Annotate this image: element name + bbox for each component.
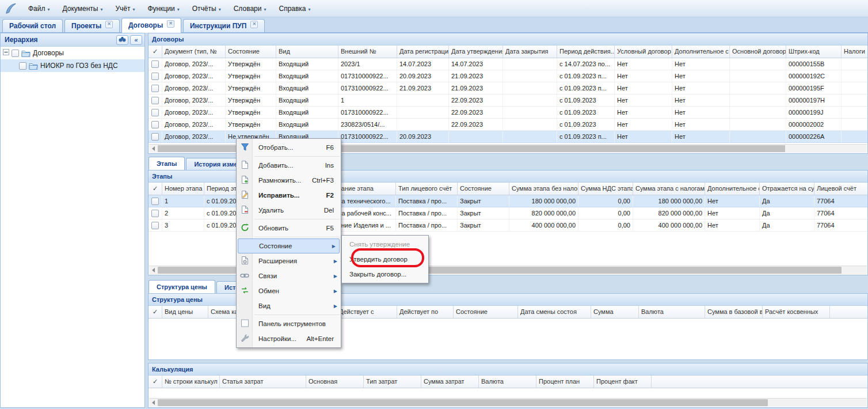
column-header[interactable]: Вид цены <box>162 306 208 318</box>
column-header[interactable]: Основной договор <box>730 46 786 58</box>
stages-tab-0[interactable]: Этапы <box>149 157 185 170</box>
main-tab-1[interactable]: Проекты✕ <box>64 19 120 32</box>
menu-item-refresh[interactable]: ОбновитьF5 <box>237 221 341 236</box>
column-header[interactable]: Условный договор <box>615 46 672 58</box>
column-header[interactable]: Дата закрытия <box>503 46 557 58</box>
menubar-item[interactable]: Учёт▾ <box>109 2 141 15</box>
menubar-item[interactable]: Файл▾ <box>22 2 56 15</box>
column-header[interactable]: Дополнительное с <box>672 46 730 58</box>
expand-toggle[interactable] <box>3 49 9 57</box>
search-button[interactable] <box>116 35 128 45</box>
check-column-header[interactable]: ✓ <box>149 376 162 388</box>
calculation-h-scrollbar[interactable] <box>149 398 867 407</box>
column-header[interactable]: Штрих-код <box>786 46 842 58</box>
row-checkbox[interactable] <box>151 210 159 217</box>
price_structure-tab-0[interactable]: Структура цены <box>149 280 215 293</box>
menu-item-links[interactable]: Связи▶ <box>237 268 341 283</box>
column-header[interactable]: Сумма НДС этапа <box>578 183 633 195</box>
column-header[interactable]: Сумма этапа с налогами <box>633 183 705 195</box>
column-header[interactable]: Сумма этапа без налогов <box>509 183 578 195</box>
menubar-item[interactable]: Функции▾ <box>141 2 185 15</box>
column-header[interactable]: № строки калькул <box>162 376 220 388</box>
column-header[interactable]: Дополнительное с <box>705 183 760 195</box>
column-header[interactable]: Налоги <box>842 46 868 58</box>
column-header[interactable]: Дата смены состоя <box>518 306 591 318</box>
column-header[interactable]: Состояние <box>226 46 276 58</box>
table-row[interactable]: Договор, 2023/...УтверждёнВходящий017310… <box>149 82 867 94</box>
table-row[interactable]: Договор, 2023/...УтверждёнВходящий122.09… <box>149 94 867 107</box>
column-header[interactable]: Дата регистрации. <box>397 46 449 58</box>
column-header[interactable]: Вид <box>276 46 338 58</box>
menu-item-view[interactable]: Вид▶ <box>237 298 341 313</box>
column-header[interactable]: Статья затрат <box>220 376 306 388</box>
column-header[interactable]: Период действия.. <box>557 46 615 58</box>
row-checkbox[interactable] <box>151 133 159 141</box>
table-row[interactable]: Договор, 2023/...УтверждёнВходящий230823… <box>149 119 867 131</box>
menu-item-toolbar-panel[interactable]: Панель инструментов <box>237 316 341 331</box>
column-header[interactable]: Тип затрат <box>364 376 421 388</box>
tree-node[interactable]: НИОКР по ГОЗ без НДС <box>1 59 144 72</box>
scroll-left-arrow-icon[interactable] <box>149 399 158 407</box>
menu-item-extensions[interactable]: Расширения▶ <box>237 253 341 268</box>
table-row[interactable]: Договор, 2023/...УтверждёнВходящий2023/1… <box>149 58 867 70</box>
column-header[interactable]: Состояние <box>458 183 509 195</box>
check-column-header[interactable]: ✓ <box>149 306 162 318</box>
menu-item-filter[interactable]: Отобрать...F6 <box>237 140 341 155</box>
scroll-left-arrow-icon[interactable] <box>149 145 158 153</box>
table-row[interactable]: Договор, 2023/...УтверждёнВходящий017310… <box>149 107 867 119</box>
tree-node[interactable]: Договоры <box>1 47 144 59</box>
main-tab-2[interactable]: Договоры✕ <box>121 18 181 33</box>
table-row[interactable]: Договор, 2023/...УтверждёнВходящий017310… <box>149 70 867 82</box>
menu-item-duplicate[interactable]: Размножить...Ctrl+F3 <box>237 173 341 188</box>
main-tab-3[interactable]: Инструкции ПУП✕ <box>183 19 265 32</box>
submenu-item-close-contract[interactable]: Закрыть договор... <box>342 267 428 282</box>
column-header[interactable]: Тип лицевого счёт <box>396 183 458 195</box>
column-header[interactable]: Дата утверждения <box>449 46 503 58</box>
menu-item-delete[interactable]: УдалитьDel <box>237 203 341 218</box>
row-checkbox[interactable] <box>151 121 159 128</box>
row-checkbox[interactable] <box>151 198 159 205</box>
column-header[interactable]: Основная <box>306 376 364 388</box>
collapse-sidebar-button[interactable]: « <box>130 35 142 45</box>
menu-item-settings[interactable]: Настройки...Alt+Enter <box>237 331 341 346</box>
row-checkbox[interactable] <box>151 60 159 68</box>
menubar-item[interactable]: Документы▾ <box>56 2 109 15</box>
row-checkbox[interactable] <box>151 73 159 80</box>
menu-item-edit[interactable]: Исправить...F2 <box>237 188 341 203</box>
column-header[interactable]: Действует по <box>397 306 454 318</box>
scroll-left-arrow-icon[interactable] <box>149 266 158 274</box>
column-header[interactable]: Лицевой счёт <box>814 183 868 195</box>
row-checkbox[interactable] <box>151 109 159 116</box>
row-checkbox[interactable] <box>151 97 159 104</box>
menu-item-state[interactable]: Состояние▶ <box>238 238 340 253</box>
column-header[interactable]: Документ (тип, № <box>162 46 226 58</box>
column-header[interactable]: Номер этапа <box>162 183 204 195</box>
tab-close-icon[interactable]: ✕ <box>105 21 113 28</box>
column-header[interactable]: Действует с <box>337 306 397 318</box>
main-tab-0[interactable]: Рабочий стол <box>2 19 63 32</box>
menubar-item[interactable]: Отчёты▾ <box>186 2 227 15</box>
column-header[interactable]: Валюта <box>639 306 705 318</box>
tab-close-icon[interactable]: ✕ <box>250 21 258 28</box>
column-header[interactable]: Внешний № <box>338 46 397 58</box>
column-header[interactable]: Состояние <box>454 306 518 318</box>
column-header[interactable]: Расчёт косвенных <box>763 306 830 318</box>
menubar-item[interactable]: Справка▾ <box>272 2 317 15</box>
scrollbar-thumb[interactable] <box>158 399 768 406</box>
tab-close-icon[interactable]: ✕ <box>167 20 174 28</box>
menubar-item[interactable]: Словари▾ <box>227 2 273 15</box>
column-header[interactable]: Валюта <box>479 376 536 388</box>
row-checkbox[interactable] <box>151 222 159 229</box>
column-header[interactable]: Сумма <box>591 306 639 318</box>
tree-checkbox[interactable] <box>19 62 26 70</box>
row-checkbox[interactable] <box>151 85 159 92</box>
column-header[interactable]: Отражается на сумму <box>760 183 814 195</box>
menu-item-add[interactable]: Добавить...Ins <box>237 158 341 173</box>
column-header[interactable]: Сумма в базовой в <box>705 306 763 318</box>
check-column-header[interactable]: ✓ <box>149 183 162 195</box>
column-header[interactable]: Сумма затрат <box>421 376 479 388</box>
check-column-header[interactable]: ✓ <box>149 46 162 58</box>
column-header[interactable]: Процент факт <box>594 376 652 388</box>
tree-checkbox[interactable] <box>12 50 19 57</box>
column-header[interactable]: Процент план <box>536 376 594 388</box>
